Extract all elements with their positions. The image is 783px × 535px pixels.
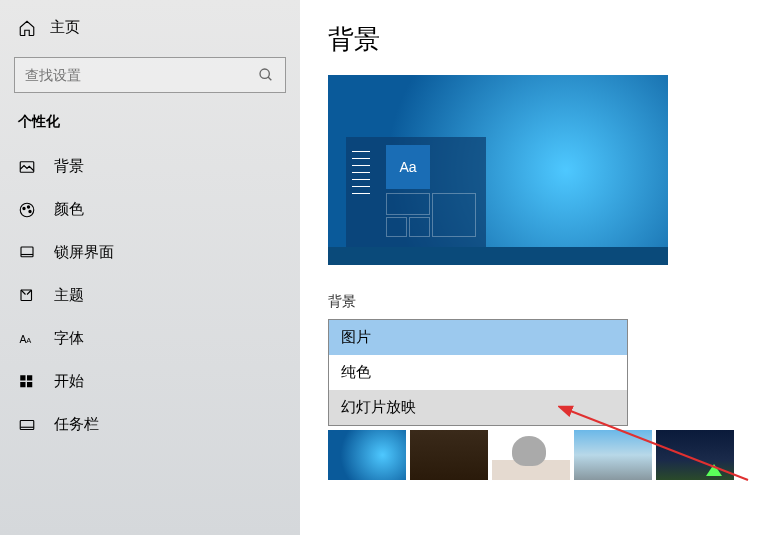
sidebar-item-themes[interactable]: 主题 <box>0 274 300 317</box>
start-icon <box>18 373 36 391</box>
search-icon <box>257 66 275 84</box>
lockscreen-icon <box>18 244 36 262</box>
recent-images-row <box>328 430 755 480</box>
wallpaper-thumb-3[interactable] <box>492 430 570 480</box>
sidebar-item-background[interactable]: 背景 <box>0 145 300 188</box>
svg-text:A: A <box>20 332 27 344</box>
sidebar-item-taskbar[interactable]: 任务栏 <box>0 403 300 446</box>
sidebar-item-label: 锁屏界面 <box>54 243 114 262</box>
home-label: 主页 <box>50 18 80 37</box>
preview-start-menu: Aa <box>346 137 486 247</box>
font-icon: AA <box>18 330 36 348</box>
svg-rect-16 <box>20 420 34 429</box>
sidebar-item-lockscreen[interactable]: 锁屏界面 <box>0 231 300 274</box>
sidebar-item-label: 任务栏 <box>54 415 99 434</box>
desktop-preview: Aa <box>328 75 668 265</box>
sidebar-item-label: 背景 <box>54 157 84 176</box>
sidebar-item-label: 字体 <box>54 329 84 348</box>
svg-line-1 <box>268 77 271 80</box>
page-title: 背景 <box>328 22 755 57</box>
sidebar-item-fonts[interactable]: AA 字体 <box>0 317 300 360</box>
svg-point-3 <box>20 203 34 217</box>
search-input[interactable] <box>25 67 257 83</box>
svg-text:A: A <box>26 335 31 344</box>
sidebar-item-start[interactable]: 开始 <box>0 360 300 403</box>
sidebar-item-label: 主题 <box>54 286 84 305</box>
preview-tile-grid <box>386 193 480 241</box>
svg-rect-15 <box>27 382 32 387</box>
wallpaper-thumb-2[interactable] <box>410 430 488 480</box>
preview-menu-lines <box>352 145 372 200</box>
wallpaper-thumb-5[interactable] <box>656 430 734 480</box>
preview-sample-tile: Aa <box>386 145 430 189</box>
search-box[interactable] <box>14 57 286 93</box>
wallpaper-thumb-1[interactable] <box>328 430 406 480</box>
svg-rect-7 <box>21 247 33 257</box>
svg-point-5 <box>27 205 29 207</box>
dropdown-option-solid[interactable]: 纯色 <box>329 355 627 390</box>
settings-sidebar: 主页 个性化 背景 颜色 锁屏界面 主题 AA 字体 <box>0 0 300 535</box>
dropdown-option-slideshow[interactable]: 幻灯片放映 <box>329 390 627 425</box>
sidebar-item-label: 开始 <box>54 372 84 391</box>
home-link[interactable]: 主页 <box>0 12 300 43</box>
svg-rect-14 <box>20 382 25 387</box>
taskbar-icon <box>18 416 36 434</box>
theme-icon <box>18 287 36 305</box>
preview-taskbar <box>328 247 668 265</box>
dropdown-option-picture[interactable]: 图片 <box>329 320 627 355</box>
background-dropdown[interactable]: 图片 纯色 幻灯片放映 <box>328 319 628 426</box>
svg-rect-12 <box>20 375 25 380</box>
svg-point-0 <box>260 69 269 78</box>
svg-point-6 <box>29 210 31 212</box>
main-content: 背景 Aa 背景 图片 纯色 幻灯片放映 <box>300 0 783 535</box>
wallpaper-thumb-4[interactable] <box>574 430 652 480</box>
picture-icon <box>18 158 36 176</box>
home-icon <box>18 19 36 37</box>
sidebar-item-label: 颜色 <box>54 200 84 219</box>
sidebar-item-colors[interactable]: 颜色 <box>0 188 300 231</box>
svg-point-4 <box>23 207 25 209</box>
section-title: 个性化 <box>0 113 300 145</box>
svg-rect-13 <box>27 375 32 380</box>
dropdown-label: 背景 <box>328 293 755 311</box>
palette-icon <box>18 201 36 219</box>
